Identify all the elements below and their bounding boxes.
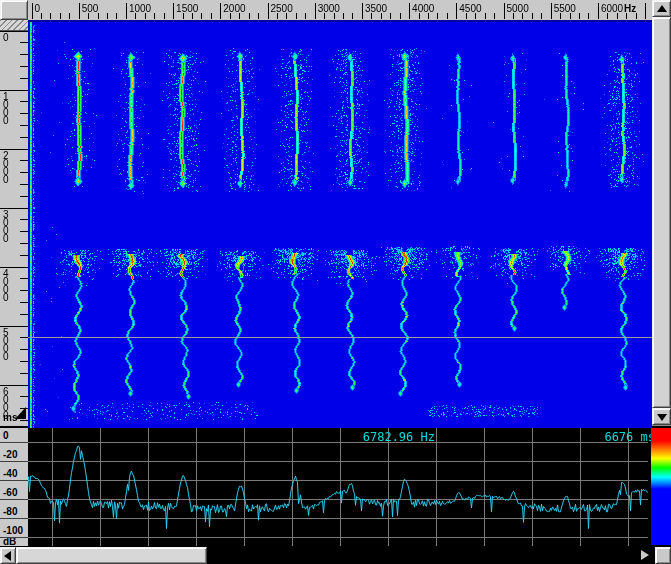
vertical-scrollbar[interactable]: [652, 0, 671, 426]
hz-tick-label: 2500: [271, 3, 293, 14]
hz-tick-label: 4000: [412, 3, 434, 14]
hz-tick-label: 2000: [223, 3, 245, 14]
spectrum-canvas: [28, 428, 648, 546]
hz-tick-label: 1500: [176, 3, 198, 14]
hz-tick-label: 3000: [318, 3, 340, 14]
ms-tick-label: 4 0 0 0: [3, 270, 9, 302]
ms-tick-label: 3 0 0 0: [3, 211, 9, 243]
horizontal-scrollbar[interactable]: [0, 547, 671, 564]
scroll-left-button[interactable]: [0, 547, 16, 564]
hz-tick-label: 4500: [459, 3, 481, 14]
db-axis-separator: [0, 480, 28, 481]
time-readout: 6676 ms: [588, 430, 655, 444]
scroll-right-button[interactable]: [637, 547, 655, 564]
db-tick-label: -40: [3, 468, 17, 479]
down-arrow-icon: [657, 414, 667, 421]
ms-tick-label: 1 0 0 0: [3, 93, 9, 125]
frequency-ruler: Hz 0500100015002000250030003500400045005…: [28, 0, 652, 20]
scrollbar-corner-box: [655, 547, 671, 564]
time-cursor-line[interactable]: [28, 337, 652, 338]
right-arrow-icon: [641, 550, 649, 560]
hz-tick-label: 5000: [507, 3, 529, 14]
mouse-cursor-icon: [14, 406, 27, 420]
ms-tick-label: 0: [3, 34, 9, 42]
horizontal-scrollbar-thumb[interactable]: [16, 547, 207, 564]
spectrogram-canvas[interactable]: [28, 20, 652, 428]
db-tick-label: -80: [3, 506, 17, 517]
hz-tick-label: 1000: [129, 3, 151, 14]
db-tick-label: -60: [3, 487, 17, 498]
db-axis-separator: [0, 499, 28, 500]
db-tick-label: -20: [3, 449, 17, 460]
vertical-scrollbar-thumb[interactable]: [652, 17, 671, 408]
ms-tick-label: 2 0 0 0: [3, 152, 9, 184]
ruler-corner-box: [0, 0, 28, 20]
frequency-readout: 6782.96 Hz: [288, 430, 435, 444]
db-axis: dB 0-20-40-60-80-100: [0, 428, 28, 546]
db-axis-separator: [0, 518, 28, 519]
left-arrow-icon: [4, 551, 11, 561]
scroll-down-button[interactable]: [652, 408, 671, 425]
hz-tick-label: 5500: [554, 3, 576, 14]
spectrogram-app-window: Hz 0500100015002000250030003500400045005…: [0, 0, 671, 564]
hz-tick-label: 3500: [365, 3, 387, 14]
ms-tick-label: 6 0 0 0: [3, 388, 9, 420]
time-ruler: ms 01 0 0 02 0 0 03 0 0 04 0 0 05 0 0 06…: [0, 20, 28, 426]
hz-tick-label: 500: [82, 3, 99, 14]
db-axis-separator: [0, 442, 28, 443]
db-axis-separator: [0, 461, 28, 462]
frequency-unit-label: Hz: [624, 3, 636, 14]
spectrum-panel: 6782.96 Hz 6676 ms: [28, 428, 671, 546]
scroll-up-button[interactable]: [652, 0, 671, 17]
db-axis-separator: [0, 537, 28, 538]
db-tick-label: -100: [3, 525, 23, 536]
colorbar-legend: [651, 428, 671, 545]
ms-tick-label: 5 0 0 0: [3, 329, 9, 361]
hz-tick-label: 0: [35, 3, 41, 14]
db-tick-label: 0: [3, 430, 9, 441]
horizontal-scrollbar-track[interactable]: [207, 547, 637, 564]
up-arrow-icon: [657, 5, 667, 12]
hz-tick-label: 6000: [601, 3, 623, 14]
